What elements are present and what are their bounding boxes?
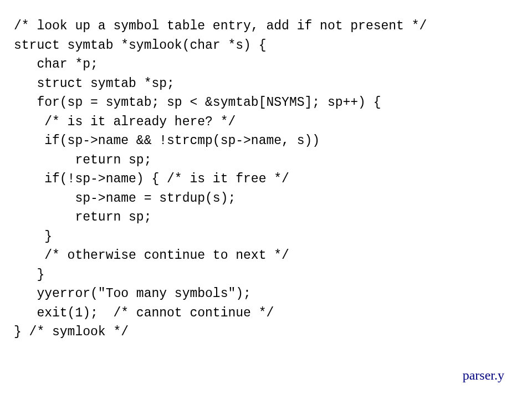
code-line: for(sp = symtab; sp < &symtab[NSYMS]; sp… [14,93,518,112]
code-line: return sp; [14,151,518,170]
code-line: /* is it already here? */ [14,112,518,132]
code-line: /* otherwise continue to next */ [14,246,518,265]
code-line: } [14,265,518,285]
code-line: char *p; [14,55,518,74]
code-line: sp->name = strdup(s); [14,189,518,208]
code-line: if(!sp->name) { /* is it free */ [14,170,518,189]
code-line: struct symtab *sp; [14,74,518,94]
code-block: /* look up a symbol table entry, add if … [14,17,518,342]
filename-label: parser.y [463,365,504,385]
code-line: } /* symlook */ [14,323,518,342]
code-line: if(sp->name && !strcmp(sp->name, s)) [14,131,518,151]
code-line: /* look up a symbol table entry, add if … [14,17,518,36]
code-line: exit(1); /* cannot continue */ [14,304,518,323]
code-line: return sp; [14,208,518,227]
code-line: } [14,227,518,247]
code-line: yyerror("Too many symbols"); [14,284,518,304]
code-line: struct symtab *symlook(char *s) { [14,36,518,55]
